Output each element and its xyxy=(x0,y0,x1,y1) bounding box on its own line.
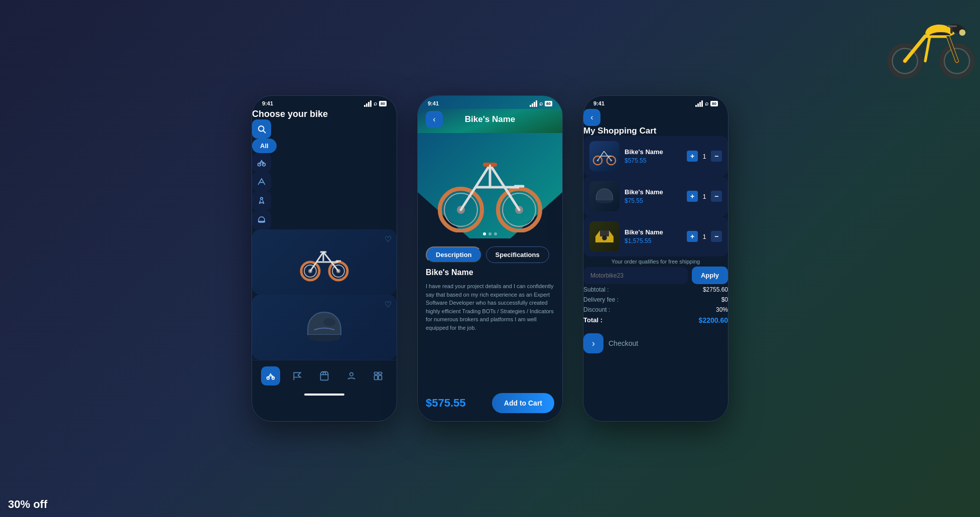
cart-helmet-icon xyxy=(592,186,617,206)
checkout-label: Checkout xyxy=(608,339,638,347)
status-bar-3: 9:41 ⌕ 80 xyxy=(583,96,728,109)
tab-specifications[interactable]: Specifications xyxy=(486,246,549,263)
dots-indicator xyxy=(483,232,497,235)
coupon-input[interactable] xyxy=(583,267,688,284)
cart-body: Bike's Name $575.55 + 1 − xyxy=(583,136,728,355)
bicycle-image-1 xyxy=(299,242,349,282)
description-text: I have read your project details and I c… xyxy=(426,282,554,386)
svg-rect-30 xyxy=(375,375,378,379)
home-indicator-1 xyxy=(304,394,344,396)
screen-choose-bike: 9:41 ⌕ 80 Choose your bike xyxy=(252,95,397,422)
apply-button[interactable]: Apply xyxy=(692,267,728,284)
qty-increase-1[interactable]: + xyxy=(687,151,698,162)
add-to-cart-button[interactable]: Add to Cart xyxy=(492,393,554,413)
cart-item-price-2: $75.55 xyxy=(625,197,682,204)
filter-helmet-button[interactable] xyxy=(252,210,271,229)
checkout-button[interactable]: › xyxy=(583,333,603,353)
qty-increase-3[interactable]: + xyxy=(687,231,698,242)
products-grid: ♡ ♡ xyxy=(252,229,397,360)
svg-line-14 xyxy=(260,200,261,204)
product-card-bicycle[interactable]: ♡ xyxy=(252,229,397,295)
favorite-icon-1[interactable]: ♡ xyxy=(385,234,392,244)
bicycle-hero xyxy=(418,133,562,238)
svg-rect-28 xyxy=(375,372,378,374)
back-button-2[interactable]: ‹ xyxy=(426,111,443,128)
delivery-value: $0 xyxy=(721,296,728,303)
svg-point-27 xyxy=(349,372,353,376)
qty-increase-2[interactable]: + xyxy=(687,191,698,202)
cart-item-3: Bike's Name $1,575.55 + 1 − xyxy=(583,216,728,256)
dot-3 xyxy=(494,232,497,235)
dot-1 xyxy=(483,232,486,235)
bike-name-detail: Bike's Name xyxy=(426,268,554,277)
free-shipping-notice: Your order qualifies for free shipping xyxy=(583,256,728,267)
nav-cart[interactable] xyxy=(315,366,334,385)
time-3: 9:41 xyxy=(593,100,604,106)
cart-header: ‹ My Shopping Cart xyxy=(583,109,728,136)
nav-profile[interactable] xyxy=(342,366,361,385)
time-1: 9:41 xyxy=(262,100,273,106)
discount-value: 30% xyxy=(716,306,728,313)
screen-bike-detail: 9:41 ⌕ 80 ‹ Bike's Name xyxy=(417,95,563,422)
svg-point-43 xyxy=(602,235,607,240)
cart-item-2: Bike's Name $75.55 + 1 − xyxy=(583,176,728,216)
delivery-label: Delivery fee : xyxy=(583,296,619,303)
battery-2: 80 xyxy=(545,101,552,106)
svg-line-15 xyxy=(263,200,264,204)
delivery-row: Delivery fee : $0 xyxy=(583,296,728,303)
cart-bicycle-icon xyxy=(592,146,617,166)
filter-bicycle-button[interactable] xyxy=(252,153,271,172)
search-button[interactable] xyxy=(252,119,271,139)
svg-point-13 xyxy=(261,197,263,200)
checkout-row: › Checkout xyxy=(583,329,728,355)
qty-number-3: 1 xyxy=(701,233,708,240)
wifi-icon-3: ⌕ xyxy=(705,100,708,107)
nav-flag[interactable] xyxy=(288,366,307,385)
qty-control-1: + 1 − xyxy=(687,151,722,162)
cart-item-price-1: $575.55 xyxy=(625,157,682,164)
nav-menu[interactable] xyxy=(369,366,388,385)
back-button-3[interactable]: ‹ xyxy=(583,109,600,126)
helmet-image xyxy=(302,307,347,347)
nav-bicycle[interactable] xyxy=(261,366,280,385)
cart-item-price-3: $1,575.55 xyxy=(625,237,682,244)
cart-item-name-2: Bike's Name xyxy=(625,188,682,196)
filter-all-button[interactable]: All xyxy=(252,139,277,153)
status-icons-1: ⌕ 80 xyxy=(364,100,387,107)
favorite-icon-2[interactable]: ♡ xyxy=(385,300,392,309)
discount-label: Discount : xyxy=(583,306,610,313)
status-icons-2: ⌕ 80 xyxy=(530,100,552,107)
battery-3: 80 xyxy=(710,101,718,106)
bicycle-hero-illustration xyxy=(435,140,545,232)
dot-2 xyxy=(488,232,492,235)
tab-row: Description Specifications xyxy=(426,246,554,263)
svg-point-22 xyxy=(323,318,335,326)
bike-price: $575.55 xyxy=(426,397,466,410)
total-value: $2200.60 xyxy=(699,316,728,324)
qty-number-1: 1 xyxy=(701,153,708,160)
discount-row: Discount : 30% xyxy=(583,306,728,313)
tab-description[interactable]: Description xyxy=(426,246,482,263)
product-card-helmet[interactable]: ♡ xyxy=(252,295,397,360)
screen2-header: ‹ Bike's Name xyxy=(418,109,562,133)
bottom-nav xyxy=(252,360,397,394)
cart-thumb-1 xyxy=(589,141,620,171)
qty-decrease-3[interactable]: − xyxy=(711,231,722,242)
total-row: Total : $2200.60 xyxy=(583,316,728,324)
cart-gloves-icon xyxy=(592,226,617,246)
cart-item-info-2: Bike's Name $75.55 xyxy=(625,188,682,204)
filter-road-button[interactable] xyxy=(252,172,271,191)
wifi-icon-1: ⌕ xyxy=(374,100,377,107)
filter-person-button[interactable] xyxy=(252,191,271,210)
signal-icon-3 xyxy=(695,100,703,107)
signal-icon-1 xyxy=(364,100,372,107)
cart-item-info-1: Bike's Name $575.55 xyxy=(625,148,682,164)
signal-icon-2 xyxy=(530,100,537,107)
total-label: Total : xyxy=(583,316,602,324)
qty-number-2: 1 xyxy=(701,193,708,200)
screen-shopping-cart: 9:41 ⌕ 80 ‹ My Shopping Cart xyxy=(583,95,728,422)
status-bar-1: 9:41 ⌕ 80 xyxy=(252,96,397,109)
qty-decrease-2[interactable]: − xyxy=(711,191,722,202)
subtotal-value: $2755.60 xyxy=(703,286,728,293)
qty-decrease-1[interactable]: − xyxy=(711,151,722,162)
